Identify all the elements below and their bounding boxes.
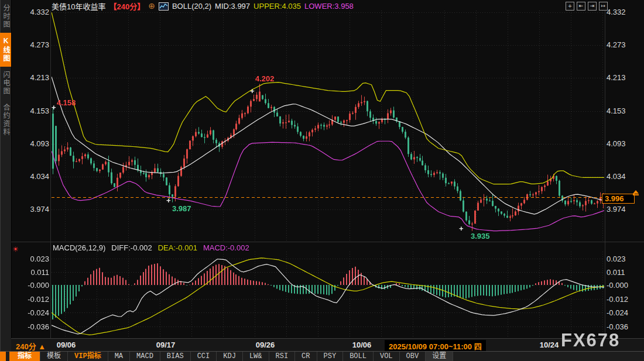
extreme-price-label: 3.935 [471, 232, 490, 240]
toolbar-item-8[interactable]: KDJ [217, 352, 243, 361]
window-toolbar: +⇤⇥↦ [566, 2, 608, 11]
toolbar-item-12[interactable]: PSY [317, 352, 344, 361]
crosshair-marker: + [459, 226, 464, 232]
price-tick-right: 3.974 [607, 205, 626, 214]
toolbar-item-16[interactable]: 设置 [426, 352, 453, 361]
zoom-out-time-icon[interactable]: ⇤ [577, 2, 585, 11]
price-tick-left: 4.093 [20, 139, 49, 148]
date-tick: 09/06 [57, 341, 76, 349]
sidebar: 分时图K线图闪电图合约资料 [0, 0, 12, 351]
crosshair-marker: + [166, 198, 171, 204]
boll-label: BOLL(20,2) [172, 2, 211, 11]
price-alert-icon[interactable] [632, 190, 639, 195]
price-tick-left: 4.273 [20, 40, 49, 49]
price-tick-right: 4.153 [607, 106, 626, 115]
toolbar-item-11[interactable]: CR [295, 352, 317, 361]
date-tick: 10/24 [540, 341, 559, 349]
alert-triangle [633, 190, 639, 194]
toolbar-item-1[interactable]: 指标 [9, 352, 40, 361]
extreme-price-label: 4.158 [57, 98, 76, 107]
price-tick-left: 3.974 [20, 205, 49, 214]
toolbar-item-5[interactable]: MACD [130, 352, 160, 361]
macd-chart[interactable] [52, 252, 604, 338]
date-tick: 10/06 [352, 341, 372, 349]
plot-left-border [50, 11, 51, 338]
toolbar-item-13[interactable]: BOLL [343, 352, 374, 361]
price-tick-left: 4.332 [20, 8, 49, 16]
price-tick-right: 4.093 [607, 139, 626, 148]
price-tick-left: 4.034 [20, 172, 49, 181]
trading-app: 分时图K线图闪电图合约资料 美债10年收益率【240分】 ⊕ BOLL(20,2… [0, 0, 644, 361]
toolbar-item-7[interactable]: CCI [191, 352, 217, 361]
period-label: 240分 ▲ [16, 341, 46, 352]
boll-mid-value: MID:3.997 [215, 2, 250, 11]
macd-macd-value: MACD:-0.002 [203, 243, 249, 252]
macd-diff-value: DIFF:-0.002 [111, 243, 152, 252]
price-tick-left: 4.153 [20, 106, 49, 115]
boll-upper-value: UPPER:4.035 [254, 2, 301, 11]
macd-tick-left: -0.000 [20, 281, 49, 290]
date-tick: 09/17 [156, 341, 176, 349]
macd-tick-right: -0.012 [607, 295, 628, 304]
last-price-tag: 3.996 [602, 194, 635, 204]
macd-tick-left: -0.036 [20, 322, 49, 331]
price-tick-right: 4.332 [607, 8, 626, 16]
macd-tick-right: -0.000 [607, 281, 628, 290]
macd-dea-value: DEA:-0.001 [158, 243, 197, 252]
plus-circle-icon[interactable]: ⊕ [148, 2, 155, 10]
toolbar-item-4[interactable]: MA [108, 352, 130, 361]
extreme-price-label: 4.202 [255, 74, 275, 83]
macd-tick-left: -0.024 [20, 308, 49, 317]
toolbar-item-14[interactable]: VOL [374, 352, 400, 361]
date-tick: 09/26 [256, 341, 275, 349]
watermark: FX678 [561, 330, 620, 351]
toolbar-item-15[interactable]: OBV [400, 352, 426, 361]
sidebar-tab-1[interactable]: 分时图 [0, 0, 11, 33]
pan-tool-icon[interactable]: + [566, 2, 574, 11]
alert-bar [633, 194, 639, 195]
plot-right-border [605, 11, 605, 338]
macd-params-label: MACD(26,12,9) [53, 243, 105, 252]
price-tick-right: 4.034 [607, 172, 626, 181]
chart-title-bar: 美债10年收益率【240分】 ⊕ BOLL(20,2) MID:3.997 UP… [52, 1, 354, 11]
macd-tick-left: -0.012 [20, 295, 49, 304]
toolbar-item-10[interactable]: RSI [269, 352, 296, 361]
indicator-sun-icon[interactable]: ☀ [12, 245, 19, 253]
macd-header: MACD(26,12,9) DIFF:-0.002 DEA:-0.001 MAC… [53, 243, 249, 252]
macd-tick-left: 0.011 [20, 268, 49, 277]
macd-tick-right: -0.024 [607, 308, 628, 317]
price-tick-left: 4.213 [20, 73, 49, 82]
toolbar-item-2[interactable]: 模板 [40, 352, 68, 361]
macd-tick-right: 0.011 [607, 268, 625, 277]
price-tick-right: 4.213 [607, 73, 626, 82]
boll-lower-value: LOWER:3.958 [304, 2, 354, 11]
toolbar-corner-accent [0, 352, 6, 361]
crosshair-marker: + [250, 88, 255, 94]
toolbar-item-3[interactable]: VIP指标 [68, 352, 108, 361]
price-tick-right: 4.273 [607, 40, 626, 49]
toolbar-item-9[interactable]: LW& [243, 352, 269, 361]
pane-separator [11, 242, 644, 242]
macd-tick-left: 0.023 [20, 255, 49, 263]
candlestick-chart[interactable] [52, 11, 604, 242]
sidebar-tab-3[interactable]: 闪电图 [0, 67, 11, 99]
toolbar-item-6[interactable]: BIAS [160, 352, 191, 361]
zoom-in-time-icon[interactable]: ⇥ [588, 2, 597, 11]
mini-chart-icon[interactable] [159, 2, 169, 11]
sidebar-tab-2[interactable]: K线图 [0, 33, 11, 67]
selected-candle-time: 2025/10/09 07:00~11:00 四 [385, 340, 486, 352]
extreme-price-label: 3.987 [172, 204, 191, 213]
macd-tick-right: 0.023 [607, 255, 626, 263]
date-axis-row: 240分 ▲ 2025/10/09 07:00~11:00 四 09/0609/… [11, 338, 644, 352]
crosshair-marker: + [52, 105, 56, 111]
indicator-toolbar: 指标模板VIP指标MAMACDBIASCCIKDJLW&RSICRPSYBOLL… [0, 351, 644, 361]
sidebar-tab-4[interactable]: 合约资料 [0, 99, 11, 140]
